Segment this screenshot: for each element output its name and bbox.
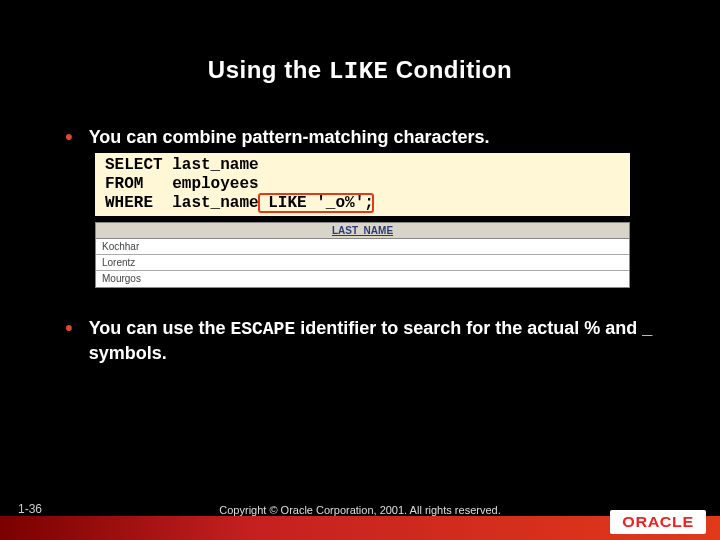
title-code: LIKE bbox=[329, 58, 389, 85]
bullet-icon: • bbox=[65, 127, 73, 147]
content-area: • You can combine pattern-matching chara… bbox=[0, 85, 720, 365]
result-header: LAST_NAME bbox=[96, 223, 629, 239]
bullet-2: • You can use the ESCAPE identifier to s… bbox=[55, 316, 670, 365]
bullet-2-code: ESCAPE bbox=[230, 319, 295, 339]
result-row: Kochhar bbox=[96, 239, 629, 255]
footer: 1-36 Copyright © Oracle Corporation, 200… bbox=[0, 498, 720, 540]
bullet-2-pre: You can use the bbox=[89, 318, 231, 338]
title-post: Condition bbox=[388, 56, 512, 83]
result-table: LAST_NAME Kochhar Lorentz Mourgos bbox=[95, 222, 630, 288]
bullet-1-text: You can combine pattern-matching charact… bbox=[89, 125, 490, 149]
title-pre: Using the bbox=[208, 56, 329, 83]
result-row: Mourgos bbox=[96, 271, 629, 287]
bullet-icon: • bbox=[65, 318, 73, 338]
slide: Using the LIKE Condition • You can combi… bbox=[0, 0, 720, 540]
sql-line-2: FROM employees bbox=[105, 175, 259, 193]
slide-title: Using the LIKE Condition bbox=[0, 0, 720, 85]
oracle-logo: ORACLE bbox=[610, 510, 706, 534]
bullet-2-text: You can use the ESCAPE identifier to sea… bbox=[89, 316, 670, 365]
bullet-1: • You can combine pattern-matching chara… bbox=[55, 125, 670, 149]
sql-line-1: SELECT last_name bbox=[105, 156, 259, 174]
oracle-logo-text: ORACLE bbox=[622, 514, 693, 530]
sql-line-3: WHERE last_name LIKE '_o%'; bbox=[105, 194, 374, 212]
result-row: Lorentz bbox=[96, 255, 629, 271]
sql-code-box: SELECT last_name FROM employees WHERE la… bbox=[95, 153, 630, 216]
